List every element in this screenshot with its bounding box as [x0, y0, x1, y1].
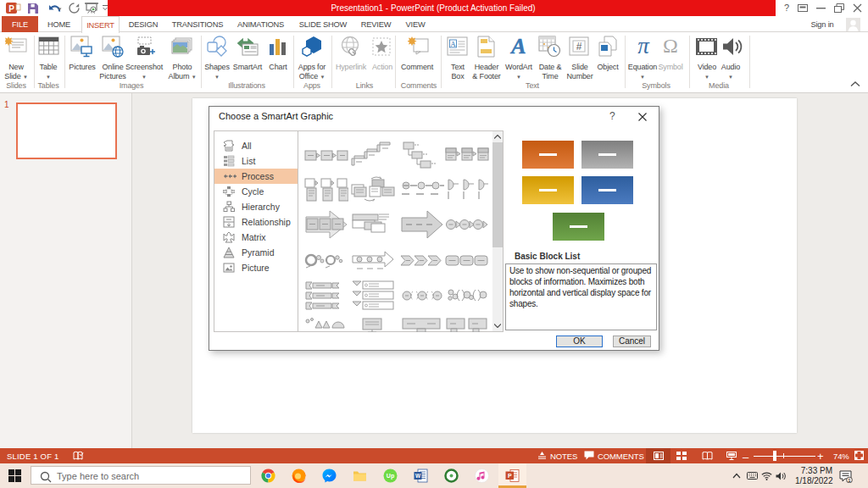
svg-text:W: W: [415, 473, 421, 479]
svg-text:Up: Up: [387, 473, 394, 480]
svg-text:A: A: [450, 40, 456, 48]
svg-text:A: A: [509, 36, 526, 58]
svg-text:#: #: [576, 41, 582, 53]
svg-text:P: P: [508, 473, 512, 479]
svg-text:P: P: [8, 4, 14, 14]
